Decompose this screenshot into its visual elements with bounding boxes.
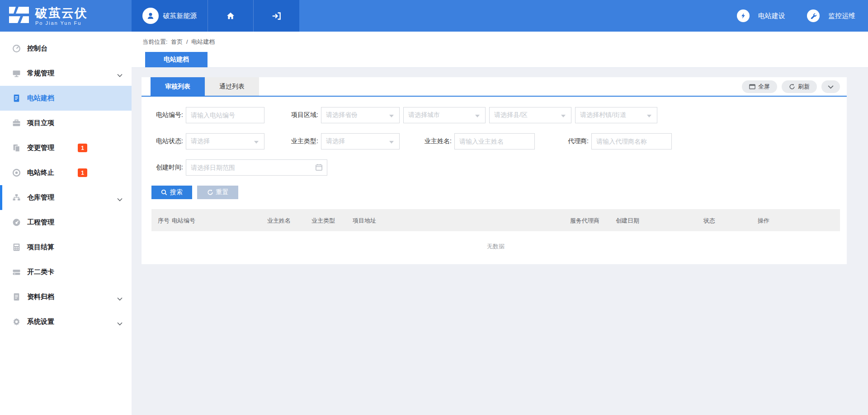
station-status-label: 电站状态: — [151, 137, 183, 145]
content-panel: 审核列表 通过列表 全屏 刷新 — [142, 77, 847, 264]
file-icon — [12, 94, 21, 103]
fullscreen-icon — [749, 84, 755, 89]
sidebar-item-open-card[interactable]: 开二类卡 — [0, 260, 132, 284]
col-created-date: 创建日期 — [616, 217, 639, 225]
main-content: 当前位置: 首页 / 电站建档 电站建档 审核列表 通过列表 全屏 刷新 — [132, 32, 868, 415]
fullscreen-button[interactable]: 全屏 — [742, 80, 777, 93]
sidebar-item-station-archive[interactable]: 电站建档 — [0, 86, 132, 111]
archive-icon — [12, 293, 21, 302]
tab-review-list[interactable]: 审核列表 — [151, 77, 205, 96]
nav-monitor-ops[interactable]: 监控运维 — [807, 9, 858, 22]
logout-button[interactable] — [254, 0, 299, 32]
province-select[interactable]: 请选择省份 — [321, 107, 400, 123]
sidebar-item-engineering-mgmt[interactable]: 工程管理 — [0, 210, 132, 235]
owner-name-label: 业主姓名: — [420, 137, 452, 145]
empty-state: 无数据 — [151, 231, 840, 251]
breadcrumb-home[interactable]: 首页 — [171, 38, 183, 45]
station-status-select[interactable]: 请选择 — [186, 133, 264, 149]
chevron-down-icon — [828, 85, 834, 89]
results-table: 序号 电站编号 业主姓名 业主类型 项目地址 服务代理商 创建日期 状态 操作 … — [151, 209, 840, 251]
breadcrumb-current: 电站建档 — [191, 38, 215, 45]
reset-button[interactable]: 重置 — [197, 186, 238, 199]
status-badge: 1 — [78, 144, 87, 152]
lightning-icon — [740, 13, 746, 19]
nav-station-build-label: 电站建设 — [754, 12, 785, 20]
agent-input[interactable] — [591, 133, 672, 149]
panel-tabbar: 审核列表 通过列表 全屏 刷新 — [142, 77, 847, 97]
avatar — [142, 8, 159, 24]
county-select[interactable]: 请选择县/区 — [489, 107, 571, 123]
chevron-down-icon — [117, 294, 123, 303]
sidebar-item-project-settlement[interactable]: 项目结算 — [0, 235, 132, 260]
col-status: 状态 — [703, 217, 715, 225]
chevron-down-icon — [117, 195, 123, 203]
target-icon — [12, 168, 21, 177]
search-button[interactable]: 搜索 — [151, 186, 192, 199]
region-label: 项目区域: — [287, 111, 318, 119]
app-header: 破茧云伏 Po Jian Yun Fu 破茧新能源 — [0, 0, 868, 32]
search-icon — [161, 189, 167, 196]
created-time-label: 创建时间: — [151, 163, 183, 172]
col-actions: 操作 — [758, 217, 769, 225]
col-owner-name: 业主姓名 — [267, 217, 291, 225]
select-arrow-icon — [647, 115, 651, 117]
wrench-icon — [810, 13, 816, 19]
brand-subtitle: Po Jian Yun Fu — [35, 20, 88, 26]
gear-icon — [12, 317, 21, 326]
account-menu[interactable]: 破茧新能源 — [132, 0, 208, 32]
date-range-input[interactable] — [186, 159, 327, 176]
col-owner-type: 业主类型 — [311, 217, 335, 225]
collapse-button[interactable] — [821, 80, 840, 93]
dashboard-icon — [12, 44, 21, 53]
sidebar-item-console[interactable]: 控制台 — [0, 36, 132, 61]
status-badge: 1 — [78, 168, 87, 177]
owner-type-select[interactable]: 请选择 — [321, 133, 400, 149]
reset-icon — [207, 189, 213, 196]
lightning-circle — [737, 9, 750, 22]
col-index: 序号 — [158, 217, 170, 225]
breadcrumb: 当前位置: 首页 / 电站建档 — [142, 38, 217, 46]
station-no-input[interactable] — [186, 107, 264, 123]
home-icon — [226, 11, 235, 20]
page-tab-station-archive[interactable]: 电站建档 — [145, 52, 208, 67]
breadcrumb-strip: 当前位置: 首页 / 电站建档 电站建档 — [132, 32, 868, 68]
filter-form: 电站编号: 项目区域: 请选择省份 请选择城市 请选择县/区 请选择村镇/街道 … — [142, 97, 847, 199]
sidebar-item-station-terminate[interactable]: 电站终止 1 — [0, 160, 132, 185]
wrench-circle — [807, 9, 820, 22]
monitor-icon — [12, 69, 21, 78]
nav-station-build[interactable]: 电站建设 — [737, 9, 788, 22]
header-right-nav: 电站建设 监控运维 — [299, 0, 868, 32]
refresh-button[interactable]: 刷新 — [782, 80, 817, 93]
sidebar-item-system-settings[interactable]: 系统设置 — [0, 309, 132, 334]
brand-logo-icon — [7, 6, 31, 26]
owner-type-label: 业主类型: — [287, 137, 318, 145]
chevron-down-icon — [117, 71, 123, 79]
chevron-down-icon — [117, 319, 123, 327]
breadcrumb-label: 当前位置: — [142, 38, 168, 45]
sidebar-item-general-mgmt[interactable]: 常规管理 — [0, 61, 132, 86]
briefcase-icon — [12, 119, 21, 128]
owner-name-input[interactable] — [454, 133, 535, 149]
copy-icon — [12, 144, 21, 153]
gauge-icon — [12, 218, 21, 227]
calculator-icon — [12, 243, 21, 252]
refresh-icon — [789, 84, 795, 90]
agent-label: 代理商: — [557, 137, 589, 145]
col-service-agent: 服务代理商 — [570, 217, 599, 225]
breadcrumb-separator: / — [186, 38, 188, 45]
brand-logo: 破茧云伏 Po Jian Yun Fu — [0, 0, 132, 32]
city-select[interactable]: 请选择城市 — [403, 107, 486, 123]
tab-passed-list[interactable]: 通过列表 — [205, 77, 259, 96]
sidebar-item-project-initiation[interactable]: 项目立项 — [0, 111, 132, 135]
sidebar: 控制台 常规管理 电站建档 项目立项 — [0, 32, 132, 415]
home-button[interactable] — [208, 0, 254, 32]
header-middle: 破茧新能源 — [132, 0, 299, 32]
select-arrow-icon — [389, 115, 394, 117]
sidebar-item-change-mgmt[interactable]: 变更管理 1 — [0, 135, 132, 160]
table-header: 序号 电站编号 业主姓名 业主类型 项目地址 服务代理商 创建日期 状态 操作 — [151, 209, 840, 231]
sidebar-item-data-archive[interactable]: 资料归档 — [0, 284, 132, 309]
sidebar-item-warehouse-mgmt[interactable]: 仓库管理 — [0, 185, 132, 210]
town-select[interactable]: 请选择村镇/街道 — [575, 107, 657, 123]
col-station-no: 电站编号 — [172, 217, 195, 225]
select-arrow-icon — [254, 141, 259, 144]
